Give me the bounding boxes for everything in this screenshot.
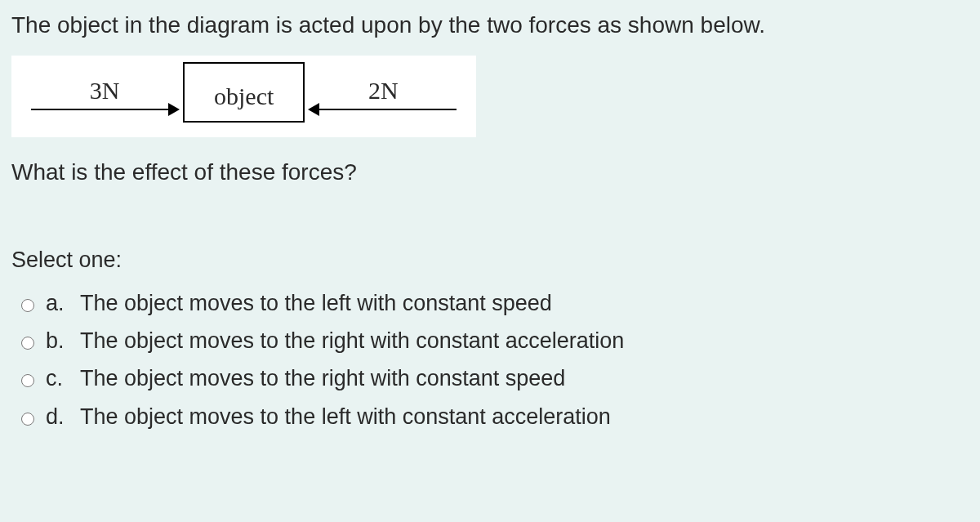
question-intro: The object in the diagram is acted upon … <box>11 10 969 41</box>
left-force: 3N <box>31 74 178 111</box>
option-text: The object moves to the right with const… <box>80 326 624 355</box>
options-list: a. The object moves to the left with con… <box>11 285 969 437</box>
select-one-prompt: Select one: <box>11 245 969 274</box>
arrow-left-icon <box>310 109 457 110</box>
right-force: 2N <box>310 74 457 111</box>
option-letter: b. <box>46 326 69 355</box>
option-c-radio[interactable] <box>21 374 34 387</box>
option-a[interactable]: a. The object moves to the left with con… <box>11 285 969 323</box>
question-subtext: What is the effect of these forces? <box>11 157 969 188</box>
option-b[interactable]: b. The object moves to the right with co… <box>11 323 969 360</box>
force-diagram: 3N object 2N <box>11 56 476 138</box>
option-d-radio[interactable] <box>21 413 34 426</box>
left-force-label: 3N <box>31 74 178 108</box>
option-letter: a. <box>46 288 69 318</box>
option-c[interactable]: c. The object moves to the right with co… <box>11 360 969 398</box>
option-d[interactable]: d. The object moves to the left with con… <box>11 399 969 436</box>
right-force-label: 2N <box>310 74 457 108</box>
object-box: object <box>183 62 305 123</box>
option-text: The object moves to the right with const… <box>80 364 565 393</box>
option-a-radio[interactable] <box>21 299 34 312</box>
option-letter: c. <box>46 364 69 393</box>
option-b-radio[interactable] <box>21 337 34 350</box>
option-letter: d. <box>46 402 69 431</box>
arrow-right-icon <box>31 109 178 110</box>
option-text: The object moves to the left with consta… <box>80 288 552 318</box>
option-text: The object moves to the left with consta… <box>80 402 611 431</box>
